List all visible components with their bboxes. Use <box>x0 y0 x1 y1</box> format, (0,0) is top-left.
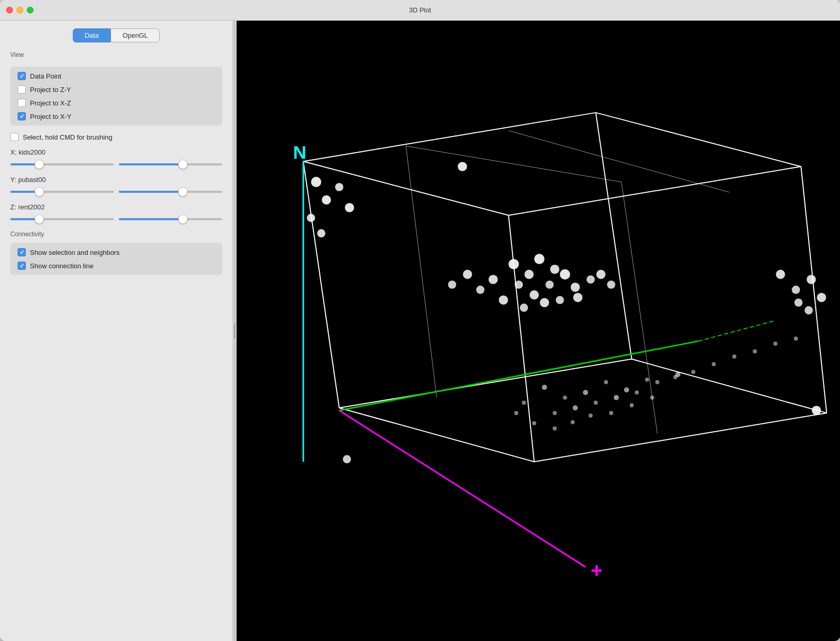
svg-point-39 <box>489 275 498 284</box>
checkbox-data-point-label: Data Point <box>30 72 61 80</box>
svg-point-38 <box>573 293 583 302</box>
svg-point-49 <box>624 387 629 392</box>
axis-y-slider2[interactable] <box>119 187 222 197</box>
svg-point-46 <box>563 395 567 400</box>
svg-point-25 <box>524 270 534 279</box>
svg-point-47 <box>583 390 588 395</box>
select-checkbox-box[interactable] <box>10 133 19 141</box>
axis-y-track2 <box>119 191 222 193</box>
checkbox-show-connection[interactable]: Show connection line <box>18 262 215 270</box>
svg-point-34 <box>499 295 508 304</box>
svg-point-40 <box>476 286 485 294</box>
svg-point-74 <box>776 270 785 279</box>
connectivity-section: Connectivity Show selection and neighbor… <box>10 231 222 275</box>
axis-y-sliders <box>10 187 222 197</box>
svg-point-67 <box>673 375 677 379</box>
checkbox-project-xy[interactable]: Project to X-Y <box>18 112 215 120</box>
main-content: Data OpenGL View Data Point Project to Z… <box>0 21 840 641</box>
close-button[interactable] <box>6 7 13 13</box>
svg-point-65 <box>650 395 655 400</box>
svg-point-62 <box>588 414 593 418</box>
axis-z-track2 <box>119 218 222 220</box>
svg-point-57 <box>655 380 659 384</box>
tab-opengl[interactable]: OpenGL <box>111 28 160 42</box>
checkbox-show-connection-box[interactable] <box>18 262 26 270</box>
svg-point-51 <box>522 401 526 405</box>
tab-data[interactable]: Data <box>73 28 111 42</box>
svg-point-75 <box>792 286 800 294</box>
svg-point-21 <box>307 214 315 222</box>
checkbox-show-selection-box[interactable] <box>18 248 26 256</box>
svg-point-18 <box>322 195 331 205</box>
right-panel-plot[interactable]: N + <box>237 21 840 641</box>
axis-y-track1 <box>10 191 114 193</box>
select-checkbox-label: Select, hold CMD for brushing <box>23 133 112 141</box>
axis-z-sliders <box>10 214 222 224</box>
main-window: 3D Plot Data OpenGL View Data Point Proj… <box>0 0 840 641</box>
checkbox-show-selection[interactable]: Show selection and neighbors <box>18 248 215 256</box>
checkbox-show-selection-label: Show selection and neighbors <box>30 249 119 256</box>
axis-z-thumb1[interactable] <box>35 215 44 224</box>
svg-point-17 <box>311 177 321 187</box>
svg-point-37 <box>556 296 564 304</box>
axis-y-thumb1[interactable] <box>35 187 44 196</box>
svg-point-60 <box>553 426 557 431</box>
svg-point-71 <box>753 349 757 354</box>
titlebar: 3D Plot <box>0 0 840 21</box>
axis-z-track1 <box>10 218 114 220</box>
axis-z-slider1[interactable] <box>10 214 114 224</box>
checkbox-project-xz[interactable]: Project to X-Z <box>18 99 215 107</box>
axis-x-fill2 <box>119 163 183 165</box>
panel-resizer[interactable] <box>232 21 237 641</box>
axis-x-slider1[interactable] <box>10 159 114 170</box>
svg-point-77 <box>795 298 803 307</box>
svg-point-22 <box>317 229 325 237</box>
svg-point-30 <box>546 281 554 289</box>
checkbox-project-zy[interactable]: Project to Z-Y <box>18 85 215 94</box>
traffic-lights <box>6 7 34 13</box>
svg-point-29 <box>530 291 539 300</box>
svg-point-52 <box>553 411 557 415</box>
axis-z-section: Z: rent2002 <box>10 203 222 224</box>
axis-z-label: Z: rent2002 <box>10 203 222 211</box>
svg-point-81 <box>343 455 351 463</box>
axis-x-thumb1[interactable] <box>35 160 44 169</box>
tab-bar: Data OpenGL <box>10 28 222 42</box>
axis-x-slider2[interactable] <box>119 159 222 170</box>
axis-x-thumb2[interactable] <box>178 160 188 169</box>
svg-point-24 <box>508 259 519 269</box>
svg-point-68 <box>691 370 695 374</box>
axis-z-slider2[interactable] <box>119 214 222 224</box>
svg-point-78 <box>817 293 826 302</box>
checkbox-project-zy-box[interactable] <box>18 85 26 94</box>
minimize-button[interactable] <box>17 7 23 13</box>
svg-point-20 <box>345 203 354 212</box>
connectivity-label: Connectivity <box>10 231 222 238</box>
view-section-label: View <box>10 51 222 58</box>
axis-x-track2 <box>119 163 222 165</box>
checkbox-data-point-box[interactable] <box>18 72 26 80</box>
checkbox-show-connection-label: Show connection line <box>30 262 94 270</box>
svg-point-19 <box>335 183 344 191</box>
svg-point-48 <box>604 380 608 384</box>
view-checkbox-group: Data Point Project to Z-Y Project to X-Z… <box>10 67 222 126</box>
svg-point-26 <box>534 254 545 264</box>
svg-point-53 <box>573 405 578 410</box>
plot-svg: N + <box>237 21 840 641</box>
checkbox-project-xy-box[interactable] <box>18 112 26 120</box>
maximize-button[interactable] <box>27 7 34 13</box>
axis-z-thumb2[interactable] <box>178 215 188 224</box>
select-checkbox[interactable]: Select, hold CMD for brushing <box>10 132 222 142</box>
svg-point-32 <box>571 283 580 292</box>
svg-point-33 <box>586 276 595 284</box>
svg-point-76 <box>806 275 816 284</box>
axis-y-thumb2[interactable] <box>178 187 188 196</box>
svg-point-73 <box>794 337 798 341</box>
axis-y-fill2 <box>119 191 183 193</box>
checkbox-data-point[interactable]: Data Point <box>18 72 215 80</box>
svg-text:+: + <box>590 559 602 582</box>
axis-y-slider1[interactable] <box>10 187 114 197</box>
svg-text:N: N <box>293 142 306 163</box>
checkbox-project-xz-box[interactable] <box>18 99 26 107</box>
left-panel: Data OpenGL View Data Point Project to Z… <box>0 21 232 641</box>
